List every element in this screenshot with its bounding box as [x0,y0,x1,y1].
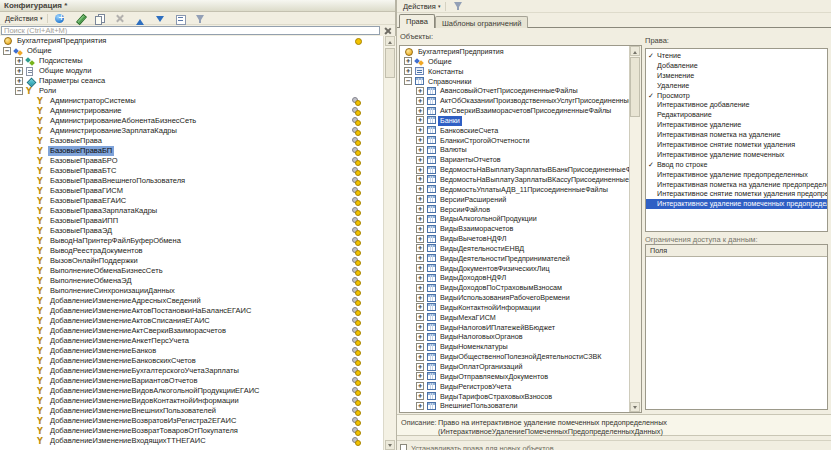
edit-button[interactable] [70,13,90,24]
tree-row-role[interactable]: YДобавлениеИзменениеБанковскихСчетов [0,356,383,366]
expand-icon[interactable]: + [416,402,424,410]
config-tree-scrollbar[interactable] [383,36,396,450]
tab-rights[interactable]: Права [399,14,435,28]
tree-row-role[interactable]: YАдминистрированиеЗарплатаКадры [0,126,383,136]
expand-icon[interactable]: + [416,205,424,213]
objects-row-catalog[interactable]: +ВидыОплатОрганизаций [400,362,630,372]
expand-icon[interactable]: + [416,175,424,183]
expand-icon[interactable]: + [416,264,424,272]
add-button[interactable] [50,13,70,24]
search-input[interactable] [1,26,380,35]
tree-row-session-params[interactable]: +Параметры сеанса [0,76,383,86]
expand-icon[interactable]: + [416,97,424,105]
objects-row-catalog[interactable]: +ВидыАлкогольнойПродукции [400,214,630,224]
objects-row-catalog[interactable]: +ВидыДеятельностиЕНВД [400,244,630,254]
tree-row-role[interactable]: YВызовОнлайнПоддержки [0,256,383,266]
expand-icon[interactable]: + [416,392,424,400]
tree-row-root[interactable]: БухгалтерияПредприятия [0,36,383,46]
expand-icon[interactable]: + [416,294,424,302]
tree-row-role[interactable]: YБазовыеПраваБРО [0,156,383,166]
tree-row-role[interactable]: YБазовыеПраваБП [0,146,383,156]
expand-icon[interactable]: + [416,116,424,124]
expand-icon[interactable]: + [15,67,23,75]
objects-row-catalog[interactable]: +ВидыТарифовСтраховыхВзносов [400,392,630,402]
objects-row-catalog[interactable]: +ВидыОтправляемыхДокументов [400,372,630,382]
right-item[interactable]: Интерактивное снятие пометки удаления пр… [646,189,827,199]
move-up-button[interactable] [130,13,150,24]
expand-icon[interactable]: + [416,87,424,95]
tab-restriction-templates[interactable]: Шаблоны ограничений [435,16,528,28]
expand-icon[interactable]: + [416,254,424,262]
objects-row-catalog[interactable]: +АктОбОказанииПроизводственныхУслугПрисо… [400,96,630,106]
tree-row-role[interactable]: YВыполнениеОбменаЭД [0,276,383,286]
objects-row-catalog[interactable]: +БланкиСтрогойОтчетности [400,136,630,146]
tree-row-role[interactable]: YДобавлениеИзменениеАктовПостановкиНаБал… [0,306,383,316]
scrollbar-thumb[interactable] [630,57,640,117]
expand-icon[interactable]: + [416,303,424,311]
expand-icon[interactable]: + [416,372,424,380]
expand-icon[interactable]: + [416,382,424,390]
tree-row-role[interactable]: YБазовыеПраваВнешнегоПользователя [0,176,383,186]
right-item[interactable]: Интерактивное снятие пометки удаления [646,140,827,150]
scroll-down-arrow[interactable] [385,440,395,450]
right-item[interactable]: ✓Ввод по строке [646,160,827,170]
objects-row-catalog[interactable]: +ВидыРегистровУчета [400,382,630,392]
objects-row-constants[interactable]: +Константы [400,67,630,77]
expand-icon[interactable]: + [416,126,424,134]
objects-scrollbar[interactable] [629,46,641,412]
expand-icon[interactable]: + [416,166,424,174]
right-item[interactable]: Удаление [646,81,827,91]
scroll-down-arrow[interactable] [630,402,640,412]
expand-icon[interactable]: + [416,185,424,193]
tree-row-role[interactable]: YДобавлениеИзменениеАктСверкиВзаиморасче… [0,326,383,336]
expand-icon[interactable]: + [416,284,424,292]
right-item[interactable]: Интерактивное удаление [646,120,827,130]
tree-row-role[interactable]: YАдминистрирование [0,106,383,116]
right-item[interactable]: Интерактивное удаление помеченных [646,150,827,160]
objects-row-catalog[interactable]: +БанковскиеСчета [400,126,630,136]
copy-button[interactable] [90,13,110,24]
objects-row-catalog[interactable]: +ВерсииФайлов [400,205,630,215]
tree-row-role[interactable]: YДобавлениеИзменениеВходящихТТНЕГАИС [0,436,383,446]
objects-row-catalog[interactable]: +Банки [400,116,630,126]
clear-search-icon[interactable] [383,26,393,36]
sort-list-button[interactable] [170,13,190,24]
right-item[interactable]: ✓Чтение [646,51,827,61]
right-item[interactable]: Интерактивное удаление предопределенных [646,170,827,180]
objects-row-catalog[interactable]: +ВедомостьУплатыАДВ_11ПрисоединенныеФайл… [400,185,630,195]
right-item[interactable]: Редактирование [646,110,827,120]
filter-rights-button[interactable] [448,1,468,12]
tree-row-role[interactable]: YАдминистраторСистемы [0,96,383,106]
expand-icon[interactable]: + [416,244,424,252]
objects-row-catalog[interactable]: +ВидыИспользованияРабочегоВремени [400,293,630,303]
collapse-icon[interactable]: − [3,47,11,55]
tree-row-role[interactable]: YВыполнениеОбменаБизнесСеть [0,266,383,276]
tree-row-role[interactable]: YБазовыеПраваБТС [0,166,383,176]
scroll-up-arrow[interactable] [630,46,640,56]
objects-row-root[interactable]: БухгалтерияПредприятия [400,47,630,57]
tree-row-role[interactable]: YАдминистрированиеАбонентаБизнесСеть [0,116,383,126]
objects-row-catalog[interactable]: +ВедомостьНаВыплатуЗарплатыВКассуПрисоед… [400,175,630,185]
tree-row-role[interactable]: YБазовыеПраваГИСМ [0,186,383,196]
actions-menu-button-right[interactable]: Действия ▾ [400,1,443,12]
objects-row-catalog[interactable]: +ВерсииРасширений [400,195,630,205]
objects-row-catalog[interactable]: +ВидыВычетовНДФЛ [400,234,630,244]
tree-row-role[interactable]: YДобавлениеИзменениеВидовАлкогольнойПрод… [0,386,383,396]
right-item[interactable]: Интерактивная пометка на удаление [646,130,827,140]
fields-column-header[interactable]: Поля [646,245,827,257]
move-down-button[interactable] [150,13,170,24]
expand-icon[interactable]: + [416,107,424,115]
objects-row-catalog[interactable]: +ВидыДоходовНДФЛ [400,273,630,283]
expand-icon[interactable]: + [416,235,424,243]
expand-icon[interactable]: + [416,136,424,144]
tree-row-role[interactable]: YБазовыеПраваИПП [0,216,383,226]
tree-row-common-modules[interactable]: +Общие модули [0,66,383,76]
expand-icon[interactable]: + [416,363,424,371]
tree-row-roles[interactable]: −YРоли [0,86,383,96]
right-item[interactable]: Интерактивное добавление [646,100,827,110]
right-item[interactable]: Интерактивная пометка на удаление предоп… [646,180,827,190]
right-item[interactable]: ✓Просмотр [646,91,827,101]
expand-icon[interactable]: + [416,274,424,282]
expand-icon[interactable]: + [416,313,424,321]
tree-row-role[interactable]: YВыводНаПринтерФайлБуферОбмена [0,236,383,246]
